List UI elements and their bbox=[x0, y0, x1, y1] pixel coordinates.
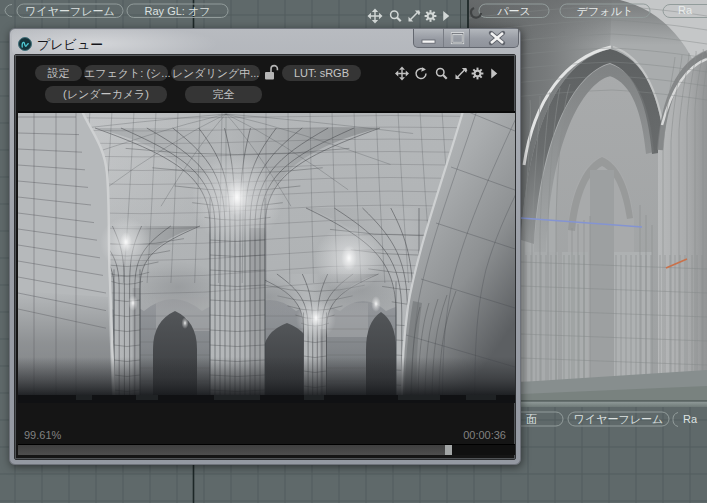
svg-text:Ray GL: オフ: Ray GL: オフ bbox=[145, 5, 211, 17]
svg-text:面: 面 bbox=[526, 413, 537, 425]
svg-text:Ra: Ra bbox=[678, 4, 693, 16]
svg-text:パース: パース bbox=[497, 5, 531, 17]
svg-text:デフォルト: デフォルト bbox=[577, 5, 633, 17]
svg-text:ワイヤーフレーム: ワイヤーフレーム bbox=[574, 413, 664, 425]
svg-text:ワイヤーフレーム: ワイヤーフレーム bbox=[25, 5, 115, 17]
svg-text:Ra: Ra bbox=[683, 413, 698, 425]
